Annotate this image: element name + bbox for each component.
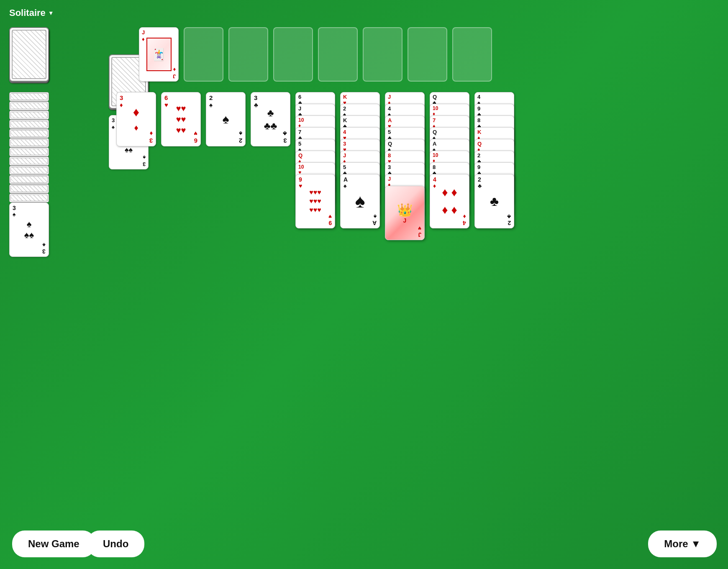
foundation-slot-8[interactable] bbox=[452, 27, 492, 82]
foundation-slot-5[interactable] bbox=[318, 27, 358, 82]
tableau-card[interactable]: 6♥ ♥♥♥♥♥♥ 6♥ bbox=[161, 92, 201, 146]
tableau-col-1: 3♦ ♦♦ 3♦ bbox=[116, 92, 156, 146]
foundation-slot-1[interactable]: J♦ 🃏 J♦ bbox=[139, 27, 179, 82]
tableau-card-bottom[interactable]: 2♣ ♣ 2♣ bbox=[474, 174, 514, 228]
foundation-slot-7[interactable] bbox=[408, 27, 447, 82]
header: Solitaire ▼ bbox=[9, 8, 54, 18]
tableau-card-bottom[interactable]: 9♥ ♥♥♥♥♥♥♥♥♥ 9♥ bbox=[295, 174, 335, 228]
tableau-card[interactable]: 3♦ ♦♦ 3♦ bbox=[116, 92, 156, 146]
more-button[interactable]: More ▼ bbox=[648, 531, 717, 557]
tableau-col-4: 3♣ ♣♣♣ 3♣ bbox=[251, 92, 290, 146]
tableau-card-bottom-face[interactable]: J♥ 👑 J J♥ bbox=[385, 186, 425, 240]
tableau-col-3: 2♠ ♠ 2♠ bbox=[206, 92, 246, 146]
tableau-card-bottom[interactable]: A♠ ♠ A♠ bbox=[340, 174, 380, 228]
tableau-col-2: 6♥ ♥♥♥♥♥♥ 6♥ bbox=[161, 92, 201, 146]
foundation-slot-2[interactable] bbox=[184, 27, 223, 82]
new-game-button[interactable]: New Game bbox=[12, 531, 95, 557]
tableau-card[interactable]: 2♠ ♠ 2♠ bbox=[206, 92, 246, 146]
foundation-slot-6[interactable] bbox=[363, 27, 402, 82]
foundation-slot-4[interactable] bbox=[273, 27, 313, 82]
header-dropdown-icon[interactable]: ▼ bbox=[48, 10, 54, 16]
app-title: Solitaire bbox=[9, 8, 46, 18]
foundation-area: J♦ 🃏 J♦ bbox=[139, 27, 492, 82]
foundation-slot-3[interactable] bbox=[228, 27, 268, 82]
stock-pile[interactable] bbox=[9, 27, 49, 82]
waste-face-up-card[interactable]: 3♠ ♠♠♠ 3♠ bbox=[9, 202, 49, 257]
tableau-card-bottom[interactable]: 4♦ ♦ ♦♦ ♦ 4♦ bbox=[430, 174, 469, 228]
undo-button[interactable]: Undo bbox=[87, 531, 144, 557]
tableau-card[interactable]: 3♣ ♣♣♣ 3♣ bbox=[251, 92, 290, 146]
